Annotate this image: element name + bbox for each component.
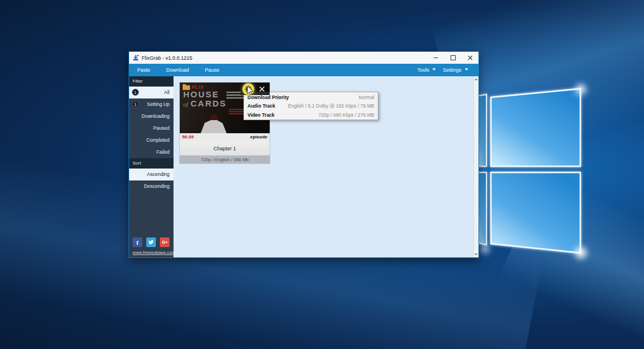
item-remove-button[interactable] [257, 84, 267, 93]
thumbnail-controls [241, 83, 270, 95]
flixgrab-window: FlixGrab - v1.0.0.1215 Paste Download Pa… [129, 51, 479, 258]
twitter-icon[interactable] [146, 237, 156, 247]
tooltip-row: Video Track 720p / 680 Kbps / 276 MB [244, 110, 378, 120]
filter-completed-label: Completed [146, 137, 170, 143]
poster-title-line2: of CARDS [183, 98, 226, 109]
menu-settings[interactable]: Settings [440, 64, 464, 76]
item-info-row: 56:39 episode [180, 133, 270, 141]
filter-failed[interactable]: Failed [129, 146, 174, 158]
menu-download[interactable]: Download [158, 64, 197, 76]
scroll-up-button[interactable] [474, 76, 478, 82]
menu-pause[interactable]: Pause [197, 64, 228, 76]
window-title: FlixGrab - v1.0.0.1215 [142, 55, 192, 61]
poster-figure [198, 120, 229, 133]
filter-downloading[interactable]: Downloading [129, 110, 174, 122]
sort-ascending[interactable]: Ascending [129, 169, 174, 180]
download-item-card[interactable]: FLIX HOUSE of CARDS [179, 82, 270, 164]
maximize-button[interactable] [444, 52, 461, 64]
sort-ascending-label: Ascending [147, 171, 170, 177]
scroll-up-icon [474, 78, 478, 80]
filter-paused[interactable]: Paused [129, 122, 174, 134]
poster-title-line1: HOUSE [183, 89, 219, 99]
filter-downloading-label: Downloading [142, 113, 170, 119]
filter-all[interactable]: 1 All [129, 87, 174, 98]
minimize-button[interactable] [427, 52, 444, 64]
tooltip-label: Audio Track [247, 103, 275, 109]
menubar: Paste Download Pause Tools Settings [129, 64, 478, 76]
titlebar[interactable]: FlixGrab - v1.0.0.1215 [129, 52, 478, 64]
filter-all-label: All [164, 89, 170, 95]
count-badge: 1 [132, 89, 139, 96]
chevron-down-icon[interactable] [432, 68, 436, 71]
minimize-icon [434, 58, 438, 58]
google-plus-icon[interactable]: G+ [160, 237, 170, 247]
filter-failed-label: Failed [156, 149, 170, 155]
scroll-down-icon [474, 253, 478, 256]
facebook-icon[interactable]: f [133, 237, 142, 247]
filter-paused-label: Paused [153, 125, 170, 131]
close-icon [259, 86, 265, 92]
item-title: Chapter 1 [180, 141, 270, 155]
tooltip-value: Normal [359, 95, 374, 100]
sidebar: Filter 1 All 1 Setting Up Downloading Pa… [129, 76, 174, 257]
maximize-icon [451, 55, 456, 60]
sort-descending-label: Descending [144, 183, 170, 189]
tooltip-value: 720p / 680 Kbps / 276 MB [319, 112, 374, 118]
twitter-bird-icon [148, 239, 154, 245]
website-link[interactable]: www.freegrabapp.com [133, 250, 174, 255]
count-badge: 1 [132, 101, 139, 108]
menu-tools[interactable]: Tools [415, 64, 431, 76]
desktop-wallpaper: FlixGrab - v1.0.0.1215 Paste Download Pa… [0, 0, 644, 349]
mouse-cursor [247, 85, 255, 96]
close-icon [468, 55, 473, 60]
filter-setting-up[interactable]: 1 Setting Up [129, 98, 174, 110]
scroll-down-button[interactable] [474, 252, 478, 257]
menu-paste[interactable]: Paste [129, 64, 158, 76]
close-button[interactable] [461, 52, 478, 64]
item-duration: 56:39 [182, 134, 193, 139]
sort-header: Sort [129, 158, 174, 169]
item-meta: 720p / English / 356 Mb [180, 155, 270, 163]
flag-stripes-red [229, 109, 243, 114]
app-icon [133, 55, 139, 61]
item-kind: episode [250, 134, 267, 139]
chevron-down-icon[interactable] [465, 68, 468, 71]
filter-completed[interactable]: Completed [129, 134, 174, 146]
filter-setting-up-label: Setting Up [147, 101, 170, 107]
filter-header: Filter [129, 76, 174, 87]
track-info-tooltip: Download Priority Normal Audio Track Eng… [243, 92, 378, 120]
sort-descending[interactable]: Descending [129, 180, 174, 192]
tooltip-label: Video Track [247, 112, 275, 118]
tooltip-value: English / 5.1 Dolby @ 192 Kbps / 79 MB [288, 103, 374, 109]
tooltip-row: Audio Track English / 5.1 Dolby @ 192 Kb… [244, 102, 378, 111]
vertical-scrollbar[interactable] [473, 76, 478, 257]
